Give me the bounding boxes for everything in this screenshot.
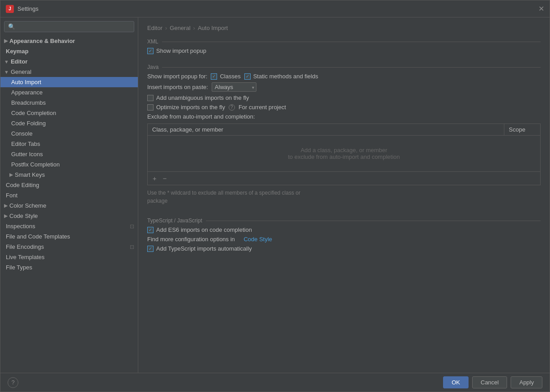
add-unambiguous-wrap[interactable]: Add unambiguous imports on the fly	[147, 94, 249, 101]
sidebar-item-file-encodings[interactable]: File Encodings⊡	[0, 242, 138, 252]
sidebar-item-code-folding[interactable]: Code Folding	[0, 118, 138, 128]
copy-icon: ⊡	[130, 244, 134, 250]
wildcard-hint: Use the * wildcard to exclude all member…	[147, 189, 541, 205]
search-input[interactable]	[4, 21, 134, 32]
add-exclude-button[interactable]: +	[150, 174, 159, 183]
breadcrumb-sep-1: ›	[165, 25, 167, 31]
cancel-button[interactable]: Cancel	[472, 376, 507, 388]
classes-checkbox-wrap[interactable]: Classes	[211, 73, 240, 80]
sidebar-item-label: Inspections	[6, 223, 35, 230]
sidebar-item-font[interactable]: Font	[0, 190, 138, 200]
add-es6-wrap[interactable]: Add ES6 imports on code completion	[147, 226, 252, 233]
sidebar-item-file-types[interactable]: File Types	[0, 262, 138, 273]
sidebar-item-breadcrumbs[interactable]: Breadcrumbs	[0, 98, 138, 108]
copy-icon: ⊡	[130, 223, 134, 230]
remove-exclude-button[interactable]: −	[161, 174, 169, 183]
arrow-icon: ▶	[4, 213, 8, 219]
sidebar-item-appearance[interactable]: Appearance	[0, 87, 138, 98]
add-unambiguous-checkbox[interactable]	[147, 95, 153, 101]
column-class: Class, package, or member	[148, 124, 504, 135]
breadcrumb-sep-2: ›	[193, 25, 195, 31]
sidebar-item-postfix-completion[interactable]: Postfix Completion	[0, 159, 138, 170]
classes-checkbox[interactable]	[211, 73, 217, 80]
insert-imports-dropdown[interactable]: Always Ask Never	[212, 82, 256, 92]
sidebar-item-appearance-behavior[interactable]: ▶Appearance & Behavior	[0, 36, 138, 46]
code-style-link[interactable]: Code Style	[243, 236, 272, 243]
add-typescript-checkbox[interactable]	[147, 246, 153, 252]
add-es6-checkbox[interactable]	[147, 227, 153, 233]
sidebar-item-label: Postfix Completion	[11, 161, 60, 168]
insert-imports-select-wrapper: Always Ask Never	[212, 82, 256, 92]
exclude-label: Exclude from auto-import and completion:	[147, 113, 255, 120]
optimize-imports-label: Optimize imports on the fly	[156, 104, 225, 111]
sidebar-item-inspections[interactable]: Inspections⊡	[0, 221, 138, 231]
java-section-label: Java	[147, 64, 541, 70]
arrow-icon: ▼	[4, 69, 9, 75]
sidebar-item-label: Appearance	[11, 89, 43, 96]
sidebar-item-code-completion[interactable]: Code Completion	[0, 108, 138, 118]
sidebar-item-label: Color Scheme	[9, 202, 46, 209]
sidebar-item-console[interactable]: Console	[0, 128, 138, 139]
arrow-icon: ▶	[4, 203, 8, 209]
show-import-popup-checkbox-wrap[interactable]: Show import popup	[147, 47, 206, 54]
xml-section-label: XML	[147, 38, 541, 45]
typescript-section-label: TypeScript / JavaScript	[147, 217, 541, 224]
sidebar-item-label: Smart Keys	[15, 171, 45, 178]
sidebar-item-label: Font	[6, 192, 17, 199]
sidebar-item-file-and-code-templates[interactable]: File and Code Templates	[0, 231, 138, 242]
sidebar-item-label: Code Editing	[6, 182, 39, 188]
typescript-section: TypeScript / JavaScript Add ES6 imports …	[147, 217, 541, 255]
optimize-imports-suffix: For current project	[239, 104, 286, 111]
sidebar-item-label: Live Templates	[6, 254, 44, 260]
static-label: Static methods and fields	[253, 73, 318, 80]
content-area: ▶Appearance & BehaviorKeymap▼Editor▼Gene…	[0, 17, 550, 373]
sidebar-item-label: General	[11, 68, 31, 75]
ok-button[interactable]: OK	[443, 376, 469, 388]
sidebar-item-live-templates[interactable]: Live Templates	[0, 252, 138, 262]
add-es6-row: Add ES6 imports on code completion	[147, 226, 541, 233]
add-typescript-row: Add TypeScript imports automatically	[147, 245, 541, 252]
optimize-imports-help-icon[interactable]: ?	[229, 104, 235, 111]
optimize-imports-checkbox[interactable]	[147, 104, 153, 111]
sidebar-item-general[interactable]: ▼General	[0, 67, 138, 77]
sidebar: ▶Appearance & BehaviorKeymap▼Editor▼Gene…	[0, 17, 138, 373]
sidebar-item-label: Gutter Icons	[11, 151, 43, 158]
bottom-bar: ? OK Cancel Apply	[0, 373, 550, 392]
add-typescript-wrap[interactable]: Add TypeScript imports automatically	[147, 245, 252, 252]
sidebar-item-code-editing[interactable]: Code Editing	[0, 180, 138, 190]
insert-imports-label: Insert imports on paste:	[147, 84, 208, 90]
table-header: Class, package, or member Scope	[148, 124, 540, 136]
sidebar-item-editor[interactable]: ▼Editor	[0, 56, 138, 67]
settings-dialog: J Settings ✕ ▶Appearance & BehaviorKeyma…	[0, 0, 550, 392]
close-button[interactable]: ✕	[538, 5, 544, 13]
table-body-empty: Add a class, package, or memberto exclud…	[148, 136, 540, 171]
help-button[interactable]: ?	[8, 377, 18, 388]
sidebar-item-auto-import[interactable]: Auto Import	[0, 77, 138, 87]
main-panel: Editor › General › Auto Import XML Show …	[138, 17, 550, 373]
column-scope: Scope	[504, 124, 540, 135]
sidebar-item-label: Editor Tabs	[11, 141, 40, 147]
sidebar-item-code-style[interactable]: ▶Code Style	[0, 211, 138, 221]
sidebar-item-keymap[interactable]: Keymap	[0, 46, 138, 56]
sidebar-item-editor-tabs[interactable]: Editor Tabs	[0, 139, 138, 149]
sidebar-item-gutter-icons[interactable]: Gutter Icons	[0, 149, 138, 159]
apply-button[interactable]: Apply	[511, 376, 542, 388]
show-import-popup-checkbox[interactable]	[147, 48, 153, 54]
app-icon: J	[6, 5, 14, 13]
optimize-imports-row: Optimize imports on the fly ? For curren…	[147, 104, 541, 111]
sidebar-item-label: Auto Import	[11, 79, 41, 85]
find-config-prefix: Find more configuration options in	[147, 236, 235, 243]
static-checkbox[interactable]	[244, 73, 251, 80]
add-unambiguous-row: Add unambiguous imports on the fly	[147, 94, 541, 101]
sidebar-item-label: File and Code Templates	[6, 233, 70, 240]
title-bar: J Settings ✕	[0, 0, 550, 17]
table-footer: + −	[148, 171, 540, 185]
sidebar-item-smart-keys[interactable]: ▶Smart Keys	[0, 170, 138, 180]
sidebar-item-label: Keymap	[6, 48, 29, 55]
optimize-imports-wrap[interactable]: Optimize imports on the fly	[147, 104, 225, 111]
static-checkbox-wrap[interactable]: Static methods and fields	[244, 73, 318, 80]
java-section: Java Show import popup for: Classes Stat…	[147, 64, 541, 210]
find-config-row: Find more configuration options in Code …	[147, 236, 541, 243]
exclude-table: Class, package, or member Scope Add a cl…	[147, 124, 541, 185]
sidebar-item-color-scheme[interactable]: ▶Color Scheme	[0, 200, 138, 211]
